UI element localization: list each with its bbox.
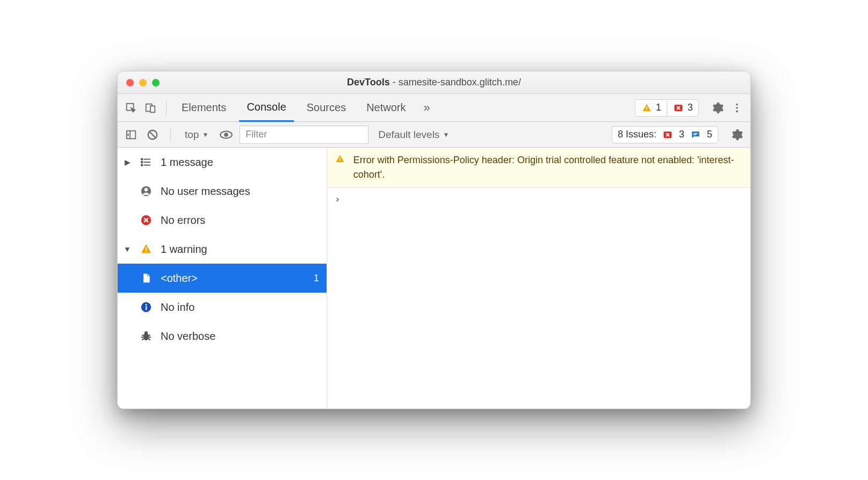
window-title: DevTools - samesite-sandbox.glitch.me/ <box>118 77 750 88</box>
devtools-window: DevTools - samesite-sandbox.glitch.me/ E… <box>117 71 751 409</box>
svg-line-34 <box>142 335 144 336</box>
console-prompt[interactable]: › <box>327 188 750 210</box>
svg-rect-40 <box>340 157 341 160</box>
svg-point-33 <box>144 331 148 334</box>
svg-line-12 <box>150 132 156 137</box>
sidebar-info[interactable]: No info <box>118 293 327 322</box>
message-icon <box>690 129 701 141</box>
svg-rect-4 <box>646 109 647 110</box>
console-output: Error with Permissions-Policy header: Or… <box>327 148 750 409</box>
issues-badge-group[interactable]: 1 3 <box>635 99 699 117</box>
device-toolbar-icon[interactable] <box>142 100 158 116</box>
maximize-window-button[interactable] <box>152 79 160 86</box>
filter-input[interactable] <box>240 126 368 144</box>
sidebar-user-messages[interactable]: No user messages <box>118 177 327 206</box>
clear-console-icon[interactable] <box>144 127 161 143</box>
panel-tabs: Elements Console Sources Network » <box>174 94 435 122</box>
collapse-icon: ▼ <box>123 245 132 253</box>
info-icon <box>139 300 153 314</box>
svg-line-38 <box>142 339 144 340</box>
console-filter-bar: top▼ Default levels▼ 8 Issues: 3 5 <box>118 122 750 148</box>
user-icon <box>139 184 153 198</box>
tab-elements[interactable]: Elements <box>174 94 234 122</box>
svg-rect-41 <box>340 160 341 161</box>
errors-count: 3 <box>688 102 693 113</box>
svg-line-35 <box>148 335 150 336</box>
svg-point-14 <box>225 133 229 137</box>
list-icon <box>139 155 153 169</box>
live-expression-icon[interactable] <box>218 127 234 143</box>
svg-point-7 <box>736 107 738 109</box>
sidebar-errors[interactable]: No errors <box>118 206 327 235</box>
svg-point-23 <box>141 164 143 166</box>
error-icon <box>139 213 153 227</box>
svg-point-25 <box>144 188 148 191</box>
more-options-icon[interactable] <box>729 100 745 116</box>
tab-sources[interactable]: Sources <box>299 94 353 122</box>
file-icon <box>139 271 153 285</box>
console-settings-icon[interactable] <box>729 127 745 143</box>
svg-point-8 <box>736 110 738 112</box>
svg-point-22 <box>141 162 143 163</box>
svg-rect-2 <box>150 106 155 112</box>
error-icon <box>662 129 674 141</box>
log-levels-selector[interactable]: Default levels▼ <box>374 127 453 143</box>
expand-icon: ▶ <box>123 158 132 166</box>
svg-rect-30 <box>146 306 147 310</box>
bug-icon <box>139 329 153 343</box>
sidebar-verbose[interactable]: No verbose <box>118 322 327 351</box>
sidebar-warnings[interactable]: ▼ 1 warning <box>118 235 327 264</box>
sidebar-other[interactable]: <other> 1 <box>118 264 327 293</box>
svg-point-6 <box>736 103 738 105</box>
inspect-element-icon[interactable] <box>123 100 139 116</box>
tab-network[interactable]: Network <box>359 94 413 122</box>
context-selector[interactable]: top▼ <box>180 127 213 143</box>
svg-line-39 <box>148 339 150 340</box>
console-warning-row[interactable]: Error with Permissions-Policy header: Or… <box>327 148 750 188</box>
toggle-sidebar-icon[interactable] <box>123 127 139 143</box>
warning-icon <box>641 102 653 114</box>
issues-button[interactable]: 8 Issues: 3 5 <box>612 126 718 143</box>
svg-point-31 <box>146 304 147 306</box>
warning-icon <box>139 242 153 256</box>
svg-rect-28 <box>146 251 147 252</box>
log-message-text: Error with Permissions-Policy header: Or… <box>353 153 743 182</box>
warning-icon <box>335 153 346 165</box>
close-window-button[interactable] <box>126 79 134 86</box>
titlebar: DevTools - samesite-sandbox.glitch.me/ <box>118 71 750 94</box>
main-toolbar: Elements Console Sources Network » 1 3 <box>118 94 750 122</box>
svg-rect-3 <box>646 106 647 109</box>
svg-rect-27 <box>146 247 147 250</box>
warnings-count: 1 <box>656 102 661 113</box>
more-tabs-icon[interactable]: » <box>419 100 435 116</box>
settings-icon[interactable] <box>710 100 726 116</box>
minimize-window-button[interactable] <box>139 79 147 86</box>
tab-console[interactable]: Console <box>239 94 293 122</box>
console-sidebar: ▶ 1 message No user messages No errors ▼… <box>118 148 327 409</box>
error-icon <box>672 102 684 114</box>
sidebar-messages[interactable]: ▶ 1 message <box>118 148 327 177</box>
svg-point-21 <box>141 158 143 160</box>
